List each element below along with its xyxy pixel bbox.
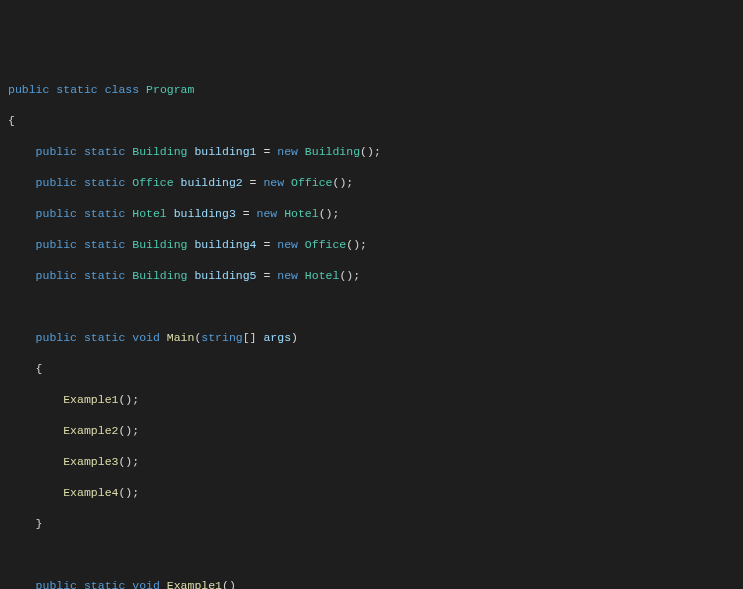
method-call: Example4 xyxy=(63,486,118,499)
keyword-void: void xyxy=(132,331,160,344)
brackets: [] xyxy=(243,331,257,344)
class-name: Program xyxy=(146,83,194,96)
keyword-new: new xyxy=(277,145,298,158)
code-line: Example2(); xyxy=(8,423,735,439)
keyword-static: static xyxy=(84,238,125,251)
code-line: public static Building building5 = new H… xyxy=(8,268,735,284)
call-end: (); xyxy=(118,455,139,468)
field-name: building3 xyxy=(174,207,236,220)
punctuation: (); xyxy=(319,207,340,220)
keyword-public: public xyxy=(36,176,77,189)
keyword-public: public xyxy=(36,238,77,251)
code-line: { xyxy=(8,361,735,377)
keyword-new: new xyxy=(277,269,298,282)
code-line: public static Hotel building3 = new Hote… xyxy=(8,206,735,222)
operator: = xyxy=(236,207,257,220)
operator: = xyxy=(257,238,278,251)
blank-line xyxy=(8,299,735,315)
keyword-public: public xyxy=(36,207,77,220)
code-line: public static void Main(string[] args) xyxy=(8,330,735,346)
ctor-name: Office xyxy=(305,238,346,251)
brace-close: } xyxy=(36,517,43,530)
call-end: (); xyxy=(118,486,139,499)
punctuation: (); xyxy=(360,145,381,158)
punctuation: (); xyxy=(346,238,367,251)
ctor-name: Hotel xyxy=(305,269,340,282)
code-line: { xyxy=(8,113,735,129)
punctuation: (); xyxy=(332,176,353,189)
operator: = xyxy=(257,269,278,282)
call-end: (); xyxy=(118,424,139,437)
code-line: public static Office building2 = new Off… xyxy=(8,175,735,191)
type-name: Building xyxy=(132,145,187,158)
keyword-static: static xyxy=(84,579,125,589)
keyword-void: void xyxy=(132,579,160,589)
field-name: building4 xyxy=(194,238,256,251)
punctuation: (); xyxy=(339,269,360,282)
method-name: Main xyxy=(167,331,195,344)
type-name: Building xyxy=(132,238,187,251)
code-line: Example3(); xyxy=(8,454,735,470)
keyword-static: static xyxy=(84,331,125,344)
keyword-string: string xyxy=(201,331,242,344)
code-line: } xyxy=(8,516,735,532)
operator: = xyxy=(257,145,278,158)
operator: = xyxy=(243,176,264,189)
parens: () xyxy=(222,579,236,589)
keyword-new: new xyxy=(257,207,278,220)
field-name: building1 xyxy=(194,145,256,158)
keyword-new: new xyxy=(263,176,284,189)
keyword-public: public xyxy=(36,145,77,158)
method-name: Example1 xyxy=(167,579,222,589)
ctor-name: Building xyxy=(305,145,360,158)
keyword-static: static xyxy=(84,269,125,282)
keyword-class: class xyxy=(105,83,140,96)
code-block: public static class Program { public sta… xyxy=(8,66,735,589)
brace-open: { xyxy=(8,114,15,127)
keyword-public: public xyxy=(36,269,77,282)
keyword-static: static xyxy=(84,176,125,189)
type-name: Hotel xyxy=(132,207,167,220)
keyword-public: public xyxy=(36,579,77,589)
field-name: building5 xyxy=(194,269,256,282)
ctor-name: Hotel xyxy=(284,207,319,220)
keyword-static: static xyxy=(56,83,97,96)
field-name: building2 xyxy=(181,176,243,189)
type-name: Office xyxy=(132,176,173,189)
keyword-static: static xyxy=(84,207,125,220)
code-line: public static Building building4 = new O… xyxy=(8,237,735,253)
code-line: public static Building building1 = new B… xyxy=(8,144,735,160)
code-line: Example1(); xyxy=(8,392,735,408)
method-call: Example3 xyxy=(63,455,118,468)
keyword-public: public xyxy=(36,331,77,344)
code-line: public static void Example1() xyxy=(8,578,735,589)
code-line: Example4(); xyxy=(8,485,735,501)
code-line: public static class Program xyxy=(8,82,735,98)
method-call: Example1 xyxy=(63,393,118,406)
keyword-new: new xyxy=(277,238,298,251)
brace-open: { xyxy=(36,362,43,375)
paren-close: ) xyxy=(291,331,298,344)
ctor-name: Office xyxy=(291,176,332,189)
blank-line xyxy=(8,547,735,563)
type-name: Building xyxy=(132,269,187,282)
keyword-static: static xyxy=(84,145,125,158)
keyword-public: public xyxy=(8,83,49,96)
call-end: (); xyxy=(118,393,139,406)
method-call: Example2 xyxy=(63,424,118,437)
param-name: args xyxy=(263,331,291,344)
